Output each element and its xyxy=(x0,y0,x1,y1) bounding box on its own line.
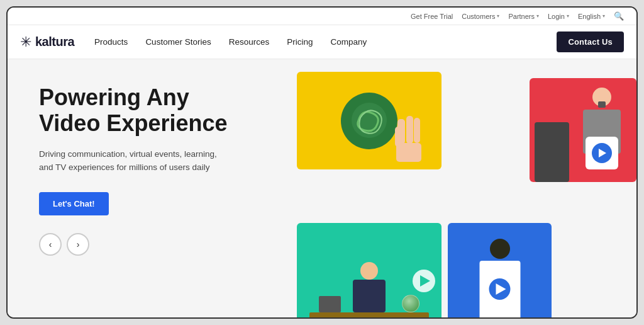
next-arrow-button[interactable]: › xyxy=(67,233,89,256)
svg-rect-3 xyxy=(414,118,420,143)
language-dropdown[interactable]: English ▾ xyxy=(578,13,605,20)
browser-frame: Get Free Trial Customers ▾ Partners ▾ Lo… xyxy=(6,6,638,319)
scribble-circle xyxy=(341,93,397,149)
logo[interactable]: ✳ kaltura xyxy=(20,34,74,50)
hero-image-teal xyxy=(297,223,441,317)
navbar: ✳ kaltura Products Customer Stories Reso… xyxy=(8,25,636,59)
get-free-trial-link[interactable]: Get Free Trial xyxy=(411,13,453,20)
top-bar: Get Free Trial Customers ▾ Partners ▾ Lo… xyxy=(8,8,636,25)
customers-dropdown[interactable]: Customers ▾ xyxy=(462,13,499,20)
nav-right: Contact Us xyxy=(557,31,624,52)
search-icon[interactable]: 🔍 xyxy=(614,11,624,21)
hero-image-yellow xyxy=(297,72,441,169)
prev-arrow-button[interactable]: ‹ xyxy=(39,233,62,256)
language-chevron-icon: ▾ xyxy=(602,13,605,19)
hero-title: Powering Any Video Experience xyxy=(39,84,253,137)
hero-image-blue xyxy=(448,223,552,317)
main-content: Powering Any Video Experience Driving co… xyxy=(8,59,636,317)
partners-dropdown[interactable]: Partners ▾ xyxy=(508,13,539,20)
hero-images xyxy=(278,72,636,317)
nav-pricing[interactable]: Pricing xyxy=(287,37,313,47)
nav-links: Products Customer Stories Resources Pric… xyxy=(94,37,557,47)
hero-image-red xyxy=(530,78,636,182)
svg-rect-5 xyxy=(396,143,421,162)
hero-left: Powering Any Video Experience Driving co… xyxy=(8,59,272,317)
nav-resources[interactable]: Resources xyxy=(229,37,270,47)
customers-chevron-icon: ▾ xyxy=(497,13,499,19)
contact-us-button[interactable]: Contact Us xyxy=(557,31,624,52)
login-chevron-icon: ▾ xyxy=(567,13,569,19)
login-dropdown[interactable]: Login ▾ xyxy=(548,13,569,20)
svg-rect-2 xyxy=(406,116,413,144)
nav-customer-stories[interactable]: Customer Stories xyxy=(145,37,211,47)
nav-company[interactable]: Company xyxy=(330,37,367,47)
logo-icon: ✳ xyxy=(20,34,31,50)
partners-chevron-icon: ▾ xyxy=(536,13,539,19)
logo-text: kaltura xyxy=(35,35,74,49)
slider-controls: ‹ › xyxy=(39,233,253,256)
nav-products[interactable]: Products xyxy=(94,37,128,47)
hero-subtitle: Driving communication, virtual events, l… xyxy=(39,148,228,174)
lets-chat-button[interactable]: Let's Chat! xyxy=(39,192,109,215)
